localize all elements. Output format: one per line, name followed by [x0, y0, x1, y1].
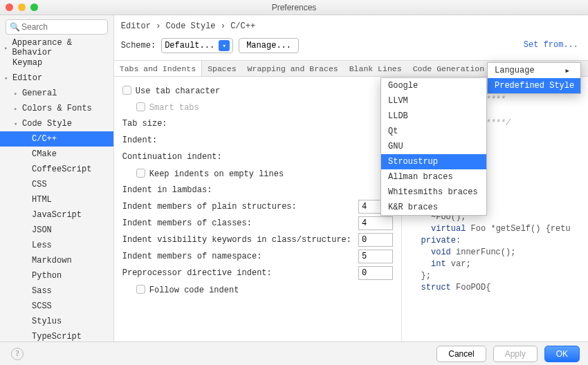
apply-button[interactable]: Apply — [493, 346, 538, 362]
menu-item-stroustrup[interactable]: Stroustrup — [381, 154, 486, 169]
sidebar-item-label: Keymap — [12, 58, 42, 68]
content: Editor › Code Style › C/C++ Scheme: Defa… — [114, 15, 588, 341]
ok-button[interactable]: OK — [544, 346, 580, 362]
search-icon: 🔍 — [10, 22, 20, 32]
plain-struct-label: Indent members of plain structures: — [122, 202, 297, 212]
sidebar-item-html[interactable]: HTML — [0, 192, 113, 207]
disclosure-icon: ▸ — [14, 105, 22, 113]
sidebar-item-label: SCSS — [32, 301, 52, 311]
menu-item-gnu[interactable]: GNU — [381, 139, 486, 154]
sidebar-item-label: Code Style — [22, 119, 72, 129]
sidebar-item-css[interactable]: CSS — [0, 177, 113, 192]
sidebar-item-label: JSON — [32, 225, 52, 235]
menu-item-llvm[interactable]: LLVM — [381, 93, 486, 109]
smart-tabs-label: Smart tabs — [149, 103, 199, 113]
indent-label: Indent: — [122, 135, 157, 145]
keep-empty-label: Keep indents on empty lines — [149, 169, 284, 179]
use-tab-checkbox[interactable] — [122, 86, 131, 95]
menu-item-label: K&R braces — [388, 203, 438, 212]
menu-item-qt[interactable]: Qt — [381, 124, 486, 139]
menu-item-label: LLDB — [388, 111, 408, 121]
visibility-label: Indent visibility keywords in class/stru… — [122, 235, 351, 245]
sidebar-item-label: Stylus — [32, 317, 62, 326]
menu-item-label: Stroustrup — [388, 157, 438, 167]
sidebar-item-markdown[interactable]: Markdown — [0, 253, 113, 268]
sidebar-item-colors-fonts[interactable]: ▸Colors & Fonts — [0, 101, 113, 116]
classes-input[interactable] — [358, 216, 393, 230]
manage-button[interactable]: Manage... — [239, 38, 299, 53]
set-from-link[interactable]: Set from... — [524, 40, 578, 50]
follow-code-label: Follow code indent — [149, 286, 239, 295]
sidebar-item-keymap[interactable]: Keymap — [0, 55, 113, 71]
cancel-button[interactable]: Cancel — [437, 346, 486, 362]
sidebar-item-label: HTML — [32, 195, 52, 205]
disclosure-icon: ▾ — [4, 75, 12, 82]
menu-item-label: LLVM — [388, 96, 408, 106]
sidebar-item-scss[interactable]: SCSS — [0, 299, 113, 314]
sidebar-item-general[interactable]: ▸General — [0, 86, 113, 101]
sidebar-item-javascript[interactable]: JavaScript — [0, 207, 113, 223]
sidebar-item-stylus[interactable]: Stylus — [0, 314, 113, 329]
breadcrumb: Editor › Code Style › C/C++ — [114, 15, 588, 34]
sidebar-item-label: TypeScript — [32, 332, 82, 341]
predefined-style-menu[interactable]: GoogleLLVMLLDBQtGNUStroustrupAllman brac… — [380, 77, 487, 216]
menu-item-label: Google — [388, 81, 418, 91]
disclosure-icon: ▸ — [4, 44, 12, 52]
menu-item-whitesmiths-braces[interactable]: Whitesmiths braces — [381, 185, 486, 200]
scheme-value: Default... — [165, 41, 214, 50]
menu-item-lldb[interactable]: LLDB — [381, 109, 486, 124]
sidebar-item-coffeescript[interactable]: CoffeeScript — [0, 162, 113, 177]
menu-item-label: Whitesmiths braces — [388, 187, 478, 197]
keep-empty-checkbox[interactable] — [136, 169, 145, 178]
tab-spaces[interactable]: Spaces — [202, 61, 241, 76]
sidebar-item-sass[interactable]: Sass — [0, 283, 113, 299]
menu-item-allman-braces[interactable]: Allman braces — [381, 169, 486, 185]
sidebar-item-cmake[interactable]: CMake — [0, 147, 113, 162]
tab-tabs-and-indents[interactable]: Tabs and Indents — [114, 61, 202, 76]
preproc-input[interactable] — [358, 266, 393, 280]
sidebar-item-label: JavaScript — [32, 210, 82, 220]
sidebar-item-code-style[interactable]: ▾Code Style — [0, 116, 113, 131]
sidebar-item-editor[interactable]: ▾Editor — [0, 71, 113, 86]
settings-tree: ▸Appearance & BehaviorKeymap▾Editor▸Gene… — [0, 39, 113, 341]
menu-item-google[interactable]: Google — [381, 78, 486, 93]
menu-item-predefined-style[interactable]: Predefined Style▶ — [488, 78, 580, 93]
set-from-menu[interactable]: Language▶Predefined Style▶ — [487, 62, 581, 94]
sidebar-item-label: Editor — [12, 73, 42, 83]
window-title: Preferences — [0, 3, 588, 12]
sidebar-item-typescript[interactable]: TypeScript — [0, 329, 113, 341]
search-input[interactable] — [6, 19, 108, 35]
sidebar-item-json[interactable]: JSON — [0, 223, 113, 238]
menu-item-label: Language — [495, 66, 535, 75]
sidebar-item-c-c-[interactable]: C/C++ — [0, 131, 113, 147]
sidebar-item-label: Appearance & Behavior — [12, 39, 113, 57]
form-panel: Use tab character Smart tabs Tab size: I… — [114, 77, 401, 341]
preproc-label: Preprocessor directive indent: — [122, 268, 272, 278]
visibility-input[interactable] — [358, 233, 393, 247]
sidebar-item-less[interactable]: Less — [0, 238, 113, 253]
menu-item-k-r-braces[interactable]: K&R braces — [381, 200, 486, 215]
menu-item-label: Predefined Style — [495, 81, 574, 91]
tab-code-generation[interactable]: Code Generation — [407, 61, 490, 76]
namespace-input[interactable] — [358, 250, 393, 263]
follow-code-checkbox[interactable] — [136, 285, 145, 294]
sidebar-item-python[interactable]: Python — [0, 268, 113, 283]
sidebar-item-appearance-behavior[interactable]: ▸Appearance & Behavior — [0, 40, 113, 55]
disclosure-icon: ▾ — [14, 120, 22, 128]
use-tab-label: Use tab character — [136, 86, 220, 96]
footer: ? Cancel Apply OK — [0, 341, 588, 365]
sidebar-item-label: Python — [32, 271, 62, 281]
sidebar-item-label: Sass — [32, 286, 52, 296]
lambdas-label: Indent in lambdas: — [122, 185, 212, 195]
tab-wrapping-and-braces[interactable]: Wrapping and Braces — [242, 61, 344, 76]
help-button[interactable]: ? — [11, 348, 24, 360]
menu-item-label: Qt — [388, 127, 398, 136]
submenu-arrow-icon: ▶ — [566, 67, 569, 75]
menu-item-language[interactable]: Language▶ — [488, 63, 580, 78]
sidebar-item-label: Less — [32, 241, 52, 250]
namespace-label: Indent members of namespace: — [122, 252, 262, 261]
sidebar-item-label: Colors & Fonts — [22, 104, 92, 113]
tab-blank-lines[interactable]: Blank Lines — [344, 61, 407, 76]
sidebar-item-label: Markdown — [32, 256, 72, 265]
scheme-select[interactable]: Default... ▾ — [161, 38, 233, 53]
